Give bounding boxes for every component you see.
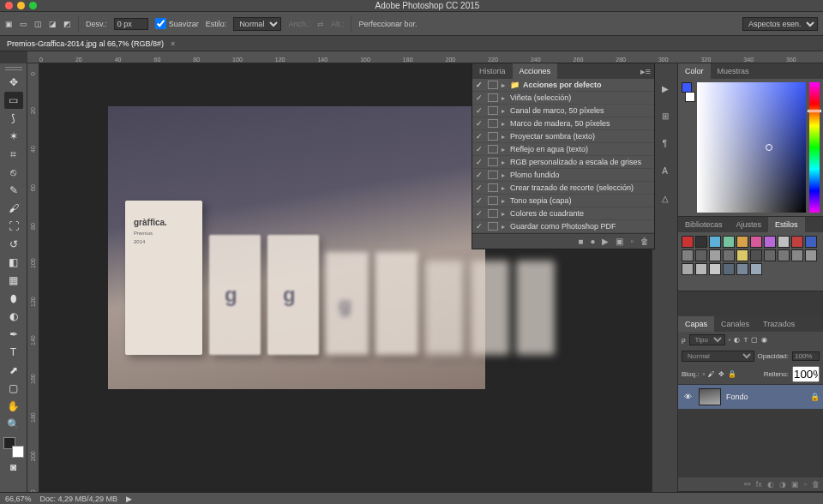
feather-input[interactable] [114,18,148,30]
color-fgbg-swatch[interactable] [682,82,694,105]
style-swatch[interactable] [764,236,776,248]
gradient-tool[interactable]: ▦ [4,272,23,289]
eraser-tool[interactable]: ◧ [4,254,23,271]
style-swatch[interactable] [764,249,776,261]
selection-mode-icon[interactable]: ◩ [63,20,71,28]
antialias-checkbox[interactable] [155,18,166,29]
ps-logo-icon[interactable]: ▣ [5,20,13,28]
paragraph-panel-icon[interactable]: ¶ [658,135,673,151]
group-icon[interactable]: ▣ [791,480,799,489]
new-set-icon[interactable]: ▣ [616,237,623,246]
blend-mode-select[interactable]: Normal [682,351,754,362]
hand-tool[interactable]: ✋ [4,398,23,415]
move-tool[interactable]: ✥ [4,74,23,91]
action-row[interactable]: ✓▸Crear trazado de recorte (selección) [472,182,654,195]
action-row[interactable]: ✓▸Colores de cuadrante [472,207,654,220]
link-layers-icon[interactable]: ⚯ [744,480,751,489]
selection-mode-icon[interactable]: ◪ [49,20,57,28]
style-swatch[interactable] [805,249,817,261]
new-layer-icon[interactable]: ▫ [804,480,807,489]
style-swatch[interactable] [709,249,721,261]
layer-filter-select[interactable]: Tipo [689,334,725,345]
style-swatch[interactable] [695,236,707,248]
type-tool[interactable]: T [4,344,23,361]
style-swatch[interactable] [695,263,707,275]
zoom-tool[interactable]: 🔍 [4,416,23,433]
status-arrow-icon[interactable]: ▶ [126,495,132,503]
libraries-tab[interactable]: Bibliotecas [678,217,730,232]
layers-tab[interactable]: Capas [678,316,714,332]
layer-thumbnail[interactable] [699,388,721,405]
record-icon[interactable]: ● [590,237,595,246]
history-tab[interactable]: Historia [472,63,513,79]
style-swatch[interactable] [750,236,762,248]
style-swatch[interactable] [723,249,735,261]
hue-slider[interactable] [809,82,820,213]
style-swatch[interactable] [709,236,721,248]
workspace-select[interactable]: Aspectos esen. [742,17,818,31]
style-swatch[interactable] [750,263,762,275]
styles-tab[interactable]: Estilos [768,217,805,232]
action-row[interactable]: ✓▸Reflejo en agua (texto) [472,143,654,156]
channels-tab[interactable]: Canales [714,316,756,332]
action-row[interactable]: ✓▸Canal de marco, 50 píxeles [472,105,654,117]
close-tab-icon[interactable]: × [171,39,175,48]
lock-pixels-icon[interactable]: 🖌 [708,370,715,378]
window-close-button[interactable] [5,2,13,9]
paths-tab[interactable]: Trazados [756,316,802,332]
document-tab[interactable]: Premios-Graffica-2014.jpg al 66,7% (RGB/… [0,36,823,51]
color-tab[interactable]: Color [678,63,711,79]
style-swatch[interactable] [723,236,735,248]
opacity-input[interactable] [792,351,820,361]
glyph-panel-icon[interactable]: A [658,163,673,178]
adjustment-icon[interactable]: ◑ [779,480,786,489]
style-swatch[interactable] [736,263,748,275]
dodge-tool[interactable]: ◐ [4,308,23,325]
tool-preset-icon[interactable]: ▭ [20,20,27,28]
blur-tool[interactable]: ⬮ [4,290,23,307]
style-swatch[interactable] [805,236,817,248]
style-swatch[interactable] [682,236,694,248]
action-set-row[interactable]: ✓▸📁Acciones por defecto [472,79,654,92]
layer-row[interactable]: 👁 Fondo 🔒 [678,385,823,409]
panel-menu-icon[interactable]: ▸≡ [640,66,651,77]
trash-icon[interactable]: 🗑 [640,237,649,246]
color-field[interactable] [697,82,806,213]
action-row[interactable]: ✓▸Guardar como Photoshop PDF [472,220,654,233]
style-swatch[interactable] [778,249,790,261]
history-panel-icon[interactable]: ▶ [658,81,673,96]
style-swatch[interactable] [736,236,748,248]
pen-tool[interactable]: ✒ [4,326,23,343]
shape-tool[interactable]: ▢ [4,380,23,397]
history-brush-tool[interactable]: ↺ [4,236,23,253]
action-row[interactable]: ✓▸Marco de madera, 50 píxeles [472,117,654,130]
character-panel-icon[interactable]: ⊞ [658,108,673,123]
action-row[interactable]: ✓▸Proyectar sombra (texto) [472,130,654,143]
play-icon[interactable]: ▶ [602,237,609,246]
quickmask-toggle[interactable]: ◙ [4,459,23,476]
style-swatch[interactable] [791,249,803,261]
stop-icon[interactable]: ■ [578,237,583,246]
actions-tab[interactable]: Acciones [513,63,558,79]
refine-edge-button[interactable]: Perfeccionar bor. [358,20,417,28]
style-select[interactable]: Normal [233,17,281,31]
style-swatch[interactable] [682,249,694,261]
lock-all-icon[interactable]: 🔒 [728,370,736,378]
visibility-icon[interactable]: 👁 [682,393,694,401]
stamp-tool[interactable]: ⛶ [4,218,23,235]
fx-icon[interactable]: fx [756,480,762,489]
style-swatch[interactable] [723,263,735,275]
style-swatch[interactable] [695,249,707,261]
new-action-icon[interactable]: ▫ [630,237,634,246]
action-row[interactable]: ✓▸Viñeta (selección) [472,92,654,105]
fill-input[interactable] [792,366,820,382]
style-swatch[interactable] [791,236,803,248]
lasso-tool[interactable]: ⟆ [4,110,23,127]
action-row[interactable]: ✓▸Tono sepia (capa) [472,195,654,207]
lock-trans-icon[interactable]: ▫ [702,370,705,378]
mask-icon[interactable]: ◐ [767,480,774,489]
marquee-tool[interactable]: ▭ [4,92,23,109]
eyedropper-tool[interactable]: ⎋ [4,164,23,181]
zoom-level[interactable]: 66,67% [5,495,32,503]
adjustments-tab[interactable]: Ajustes [730,217,769,232]
